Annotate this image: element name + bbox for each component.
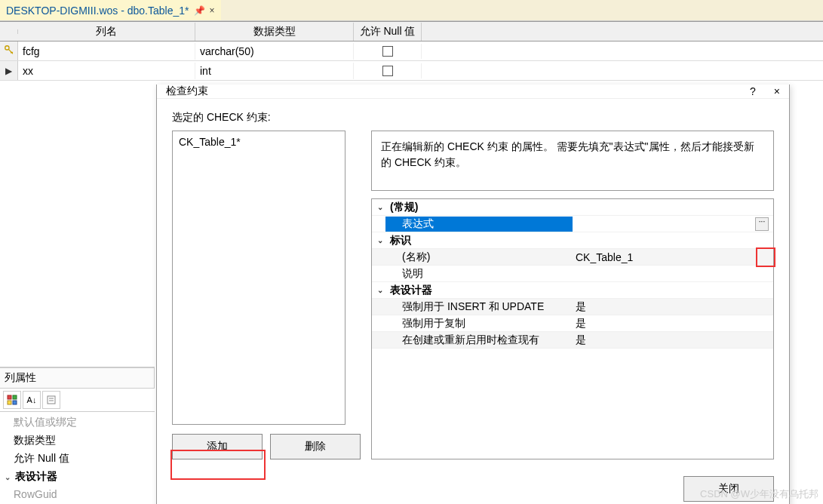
pg-row-description[interactable]: 说明: [372, 266, 773, 282]
prop-row[interactable]: 默认值或绑定: [0, 413, 155, 432]
dialog-titlebar: 检查约束 ? ×: [157, 85, 789, 99]
tab-bar: DESKTOP-DIGMIII.wos - dbo.Table_1* 📌 ×: [0, 0, 823, 21]
pg-row-enforce-insert[interactable]: 强制用于 INSERT 和 UPDATE 是: [372, 299, 773, 315]
cell-allow-null[interactable]: [354, 44, 422, 59]
pg-category[interactable]: ⌄ 标识: [372, 232, 773, 249]
selected-constraint-label: 选定的 CHECK 约束:: [172, 111, 774, 124]
pg-row-enforce-replication[interactable]: 强制用于复制 是: [372, 315, 773, 332]
cell-col-name[interactable]: fcfg: [18, 43, 195, 60]
column-properties-panel: 列属性 A↓ 默认值或绑定 数据类型 允许 Null 值 ⌄表设计器 RowGu…: [0, 367, 155, 504]
alphabetical-button[interactable]: A↓: [23, 391, 41, 409]
cell-data-type[interactable]: int: [195, 63, 354, 79]
row-indicator: ▶: [0, 61, 18, 80]
props-panel-title: 列属性: [0, 367, 155, 389]
table-row[interactable]: ▶ xx int: [0, 61, 823, 81]
props-toolbar: A↓: [0, 389, 155, 412]
property-pages-button[interactable]: [42, 391, 60, 409]
add-button[interactable]: 添加: [172, 434, 263, 459]
cell-data-type[interactable]: varchar(50): [195, 43, 354, 60]
constraint-item[interactable]: CK_Table_1*: [176, 134, 342, 149]
pg-row-check-existing[interactable]: 在创建或重新启用时检查现有 是: [372, 332, 773, 349]
pg-category[interactable]: ⌄ 表设计器: [372, 282, 773, 299]
prop-row[interactable]: 数据类型: [0, 432, 155, 450]
chevron-down-icon[interactable]: ⌄: [375, 286, 385, 294]
document-tab[interactable]: DESKTOP-DIGMIII.wos - dbo.Table_1* 📌 ×: [0, 0, 221, 20]
prop-row[interactable]: RowGuid: [0, 486, 155, 502]
dialog-title: 检查约束: [166, 85, 208, 98]
close-tab-icon[interactable]: ×: [210, 5, 215, 16]
table-designer-grid: 列名 数据类型 允许 Null 值 fcfg varchar(50) ▶ xx …: [0, 21, 823, 81]
check-constraints-dialog: 检查约束 ? × 选定的 CHECK 约束: CK_Table_1* 添加 删除…: [156, 85, 790, 504]
prop-row[interactable]: 允许 Null 值: [0, 450, 155, 468]
cell-allow-null[interactable]: [354, 63, 422, 78]
categorize-button[interactable]: [3, 391, 21, 409]
ellipsis-button[interactable]: ···: [755, 217, 769, 231]
table-row[interactable]: fcfg varchar(50): [0, 41, 823, 61]
delete-button[interactable]: 删除: [270, 434, 361, 459]
tab-title: DESKTOP-DIGMIII.wos - dbo.Table_1*: [6, 5, 189, 17]
pg-category[interactable]: ⌄ (常规): [372, 199, 773, 216]
key-indicator: [0, 41, 18, 60]
checkbox-icon[interactable]: [382, 66, 393, 76]
pin-icon[interactable]: 📌: [194, 5, 205, 16]
watermark: CSDN @W少年没有乌托邦: [700, 487, 818, 501]
svg-rect-1: [8, 395, 11, 399]
pg-row-expression[interactable]: 表达式 ···: [372, 216, 773, 232]
primary-key-icon: [4, 45, 14, 57]
help-icon[interactable]: ?: [750, 85, 756, 97]
chevron-down-icon[interactable]: ⌄: [375, 203, 385, 211]
prop-row-category[interactable]: ⌄表设计器: [0, 468, 155, 486]
svg-rect-4: [13, 401, 17, 404]
pg-row-name[interactable]: (名称) CK_Table_1: [372, 249, 773, 266]
header-col-name: 列名: [18, 23, 195, 41]
current-row-arrow-icon: ▶: [5, 66, 12, 76]
header-data-type: 数据类型: [195, 23, 354, 41]
info-box: 正在编辑新的 CHECK 约束 的属性。 需要先填充"表达式"属性，然后才能接受…: [371, 131, 774, 191]
close-icon[interactable]: ×: [774, 85, 780, 97]
grid-header-row: 列名 数据类型 允许 Null 值: [0, 22, 823, 41]
checkbox-icon[interactable]: [382, 46, 393, 57]
svg-rect-5: [48, 396, 55, 404]
property-grid: ⌄ (常规) 表达式 ··· ⌄ 标识: [371, 198, 774, 459]
svg-rect-3: [8, 401, 11, 404]
dialog-body: 选定的 CHECK 约束: CK_Table_1* 添加 删除 正在编辑新的 C…: [157, 99, 789, 469]
dialog-footer: 关闭: [157, 469, 789, 504]
props-list: 默认值或绑定 数据类型 允许 Null 值 ⌄表设计器 RowGuid: [0, 412, 155, 504]
header-allow-null: 允许 Null 值: [354, 23, 422, 41]
svg-rect-2: [13, 395, 17, 399]
header-indicator: [0, 29, 18, 34]
constraint-list[interactable]: CK_Table_1*: [172, 131, 345, 425]
chevron-down-icon[interactable]: ⌄: [375, 236, 385, 244]
cell-col-name[interactable]: xx: [18, 63, 195, 79]
chevron-down-icon: ⌄: [5, 473, 11, 481]
